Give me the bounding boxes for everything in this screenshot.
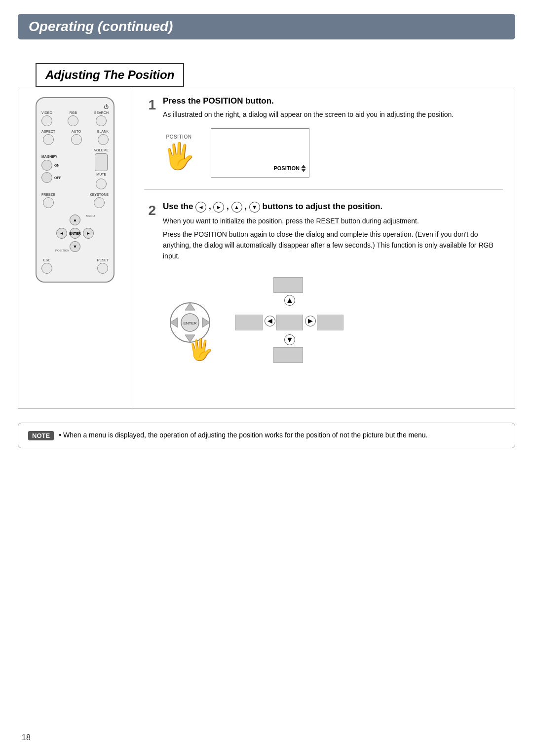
step2-title-suffix: buttons to adjust the position. xyxy=(263,202,383,211)
dpad-right-btn[interactable]: ► xyxy=(83,228,94,239)
svg-text:ENTER: ENTER xyxy=(183,321,196,325)
note-box: NOTE • When a menu is displayed, the ope… xyxy=(18,423,515,448)
dpad-up-btn[interactable]: ▲ xyxy=(70,215,80,225)
pos-left-arrow: ◄ xyxy=(265,316,275,326)
dpad: POSITION MENU ▲ ▼ ◄ ► ENTER xyxy=(55,214,95,253)
keystone-label: KEYSTONE xyxy=(90,193,109,196)
step1-body: As illustrated on the right, a dialog wi… xyxy=(163,109,503,120)
dpad-enter-btn[interactable]: ENTER xyxy=(70,228,80,239)
down-arrow-btn: ▼ xyxy=(249,202,260,213)
off-label: OFF xyxy=(54,176,61,180)
magnify-label: MAGNIFY xyxy=(41,155,57,158)
up-arrow-btn: ▲ xyxy=(231,202,242,213)
nav-hand-illustration: ENTER 🖐 xyxy=(163,295,217,350)
pos-up-arrow: ▲ xyxy=(284,295,295,306)
hand-cursor-icon: 🖐 xyxy=(163,141,195,171)
remote-top-row: VIDEO RGB SEARCH xyxy=(41,111,109,126)
mute-btn[interactable] xyxy=(96,179,107,189)
position-button-illustration: POSITION 🖐 xyxy=(163,134,195,171)
off-btn[interactable] xyxy=(41,172,52,183)
rgb-btn[interactable] xyxy=(68,115,78,126)
remote-middle-row: MAGNIFY ON OFF VOLUME MUTE xyxy=(41,148,109,189)
mute-label: MUTE xyxy=(96,173,106,176)
main-content-area: ⏻ VIDEO RGB SEARCH ASPECT xyxy=(18,87,515,409)
step2-block: 2 Use the ◄ , ► , ▲ , ▼ buttons to adjus… xyxy=(144,202,503,388)
step1-title: Press the POSITION button. xyxy=(163,96,503,106)
remote-freeze-row: FREEZE KEYSTONE xyxy=(41,193,109,208)
remote-bottom-row: ESC RESET xyxy=(41,258,109,274)
dpad-down-btn[interactable]: ▼ xyxy=(70,241,80,252)
step2-title: Use the ◄ , ► , ▲ , ▼ buttons to adjust … xyxy=(163,202,503,213)
nav-ring: ENTER 🖐 xyxy=(163,295,217,350)
search-btn[interactable] xyxy=(96,115,107,126)
video-btn[interactable] xyxy=(41,115,52,126)
search-label: SEARCH xyxy=(94,111,109,114)
dialog-label-text: POSITION xyxy=(273,165,300,171)
dialog-arrow-icons xyxy=(301,165,306,172)
rgb-label: RGB xyxy=(70,111,77,114)
header-bar: Operating (continued) xyxy=(18,14,515,39)
volume-col: VOLUME MUTE xyxy=(94,148,109,189)
step2-number: 2 xyxy=(144,202,156,376)
freeze-label: FREEZE xyxy=(41,193,55,196)
position-btn-label: POSITION xyxy=(166,134,192,140)
volume-label: VOLUME xyxy=(94,148,109,152)
step2-title-prefix: Use the xyxy=(163,202,193,211)
pos-box-bottom xyxy=(273,347,303,363)
step1-block: 1 Press the POSITION button. As illustra… xyxy=(144,96,503,190)
page-title: Operating (continued) xyxy=(29,19,504,35)
menu-dpad-label: MENU xyxy=(86,215,95,217)
step2-illustration: ENTER 🖐 ▲ xyxy=(163,269,503,376)
auto-label: AUTO xyxy=(72,130,81,133)
pos-box-center xyxy=(276,315,303,330)
right-arrow-btn: ► xyxy=(213,202,224,213)
steps-column: 1 Press the POSITION button. As illustra… xyxy=(132,87,515,408)
on-label: ON xyxy=(54,164,60,167)
remote-control: ⏻ VIDEO RGB SEARCH ASPECT xyxy=(36,97,114,283)
aspect-btn[interactable] xyxy=(43,134,54,145)
section-title-wrapper: Adjusting The Position xyxy=(18,49,515,87)
arrow-up-icon xyxy=(301,165,306,168)
dpad-area: POSITION MENU ▲ ▼ ◄ ► ENTER xyxy=(41,212,109,255)
reset-label: RESET xyxy=(97,258,109,262)
volume-btn[interactable] xyxy=(95,153,108,171)
blank-btn[interactable] xyxy=(98,134,109,145)
step1-number: 1 xyxy=(144,96,156,178)
section-title-box: Adjusting The Position xyxy=(36,63,184,87)
dpad-left-btn[interactable]: ◄ xyxy=(56,228,67,239)
dialog-position-label: POSITION xyxy=(273,165,306,172)
step1-illustration: POSITION 🖐 POSITION xyxy=(163,128,503,178)
note-badge: NOTE xyxy=(28,431,54,440)
video-label: VIDEO xyxy=(41,111,52,114)
position-dialog-box: POSITION xyxy=(211,128,309,178)
left-arrow-btn: ◄ xyxy=(195,202,206,213)
esc-label: ESC xyxy=(43,258,50,262)
esc-btn[interactable] xyxy=(41,263,52,274)
reset-btn[interactable] xyxy=(97,263,108,274)
remote-column: ⏻ VIDEO RGB SEARCH ASPECT xyxy=(18,87,132,408)
pos-down-arrow: ▼ xyxy=(284,334,295,345)
position-adjust-diagram: ▲ ◄ ► xyxy=(235,277,343,376)
auto-btn[interactable] xyxy=(71,134,82,145)
pos-box-left xyxy=(235,315,263,330)
freeze-btn[interactable] xyxy=(43,197,54,208)
position-dpad-label: POSITION xyxy=(55,249,70,252)
note-text: • When a menu is displayed, the operatio… xyxy=(59,430,427,441)
keystone-btn[interactable] xyxy=(94,197,105,208)
aspect-label: ASPECT xyxy=(41,130,55,133)
section-title: Adjusting The Position xyxy=(45,68,174,82)
pos-box-right xyxy=(317,315,343,330)
on-btn[interactable] xyxy=(41,160,52,171)
step1-content: Press the POSITION button. As illustrate… xyxy=(163,96,503,178)
hand-pointing-icon: 🖐 xyxy=(188,337,213,361)
remote-second-row: ASPECT AUTO BLANK xyxy=(41,130,109,145)
pos-box-top xyxy=(273,277,303,293)
magnify-on-off: MAGNIFY ON OFF xyxy=(41,155,61,183)
page-number: 18 xyxy=(22,733,31,742)
step2-body1: When you want to initialize the position… xyxy=(163,216,503,227)
pos-right-arrow: ► xyxy=(305,316,316,326)
step2-content: Use the ◄ , ► , ▲ , ▼ buttons to adjust … xyxy=(163,202,503,376)
arrow-down-icon xyxy=(301,169,306,172)
step2-body2: Press the POSITION button again to close… xyxy=(163,229,503,261)
blank-label: BLANK xyxy=(97,130,109,133)
